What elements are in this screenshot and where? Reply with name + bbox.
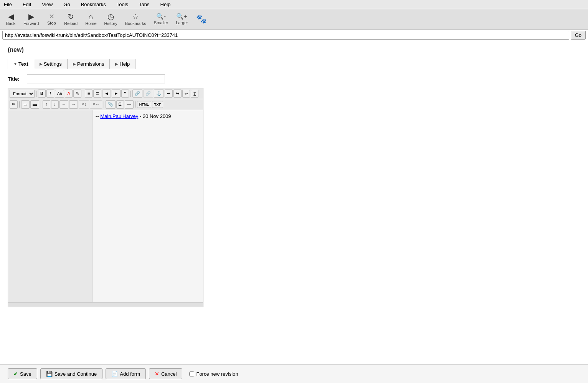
- insert-hr-button[interactable]: ▬: [30, 100, 39, 108]
- add-form-label: Add form: [120, 371, 140, 375]
- blockquote-button[interactable]: ❝: [121, 90, 129, 98]
- editor-scrollbar[interactable]: [8, 302, 203, 307]
- add-form-icon: 📄: [111, 371, 118, 374]
- row-up-button[interactable]: ↑: [43, 100, 50, 108]
- bullet-list-button[interactable]: ≡: [85, 90, 92, 98]
- col-right-button[interactable]: →: [69, 100, 78, 108]
- forward-label: Forward: [23, 21, 39, 26]
- browser-toolbar: ◀ Back ▶ Forward ✕ Stop ↻ Reload ⌂ Home …: [0, 9, 588, 30]
- separator-5: [41, 101, 41, 108]
- plaintext-button[interactable]: TXT: [152, 101, 163, 108]
- go-button[interactable]: Go: [571, 31, 586, 40]
- tab-help-arrow: ▶: [115, 62, 118, 66]
- save-continue-label: Save and Continue: [55, 371, 97, 375]
- separator-3: [130, 91, 131, 97]
- menu-tools[interactable]: Tools: [114, 1, 130, 8]
- history-button[interactable]: ◷ History: [101, 11, 121, 28]
- nav-group: ◀ Back ▶ Forward ✕ Stop ↻ Reload ⌂ Home …: [2, 11, 192, 28]
- tab-permissions[interactable]: ▶ Permissions: [68, 59, 110, 69]
- title-field[interactable]: [27, 75, 165, 83]
- back-button[interactable]: ◀ Back: [2, 11, 19, 28]
- undo-button[interactable]: ↩: [165, 90, 173, 98]
- menu-edit[interactable]: Edit: [20, 1, 33, 8]
- force-revision-container: Force new revision: [189, 371, 238, 375]
- reload-button[interactable]: ↻ Reload: [61, 11, 81, 28]
- stop-button[interactable]: ✕ Stop: [43, 11, 60, 27]
- separator-7: [135, 101, 135, 108]
- find-replace-button[interactable]: ⇔: [182, 90, 190, 98]
- stop-label: Stop: [47, 21, 56, 25]
- history-icon: ◷: [107, 13, 114, 20]
- tab-text[interactable]: ▼ Text: [8, 59, 34, 69]
- unlink-button[interactable]: 🔗: [143, 90, 153, 98]
- address-input[interactable]: [2, 31, 569, 40]
- save-label: Save: [20, 371, 31, 375]
- page-content: (new) ▼ Text ▶ Settings ▶ Permissions ▶ …: [0, 41, 588, 374]
- menu-tabs[interactable]: Tabs: [137, 1, 152, 8]
- cancel-label: Cancel: [161, 371, 177, 375]
- tabs-container: ▼ Text ▶ Settings ▶ Permissions ▶ Help: [8, 59, 135, 69]
- menu-view[interactable]: View: [40, 1, 55, 8]
- attachment-button[interactable]: 📎: [106, 100, 116, 108]
- bookmarks-icon: ☆: [132, 13, 139, 20]
- menu-file[interactable]: File: [2, 1, 14, 8]
- edit-mode-button[interactable]: ✏: [10, 100, 18, 108]
- fontsize-button[interactable]: Aa: [55, 90, 64, 98]
- del-row-button[interactable]: ✕↕: [79, 100, 89, 108]
- tab-help[interactable]: ▶ Help: [110, 59, 135, 69]
- save-continue-button[interactable]: 💾 Save and Continue: [40, 368, 103, 374]
- editor-main[interactable]: -- Main.PaulHarvey - 20 Nov 2009: [92, 110, 203, 302]
- menu-bookmarks[interactable]: Bookmarks: [79, 1, 108, 8]
- tab-settings[interactable]: ▶ Settings: [34, 59, 68, 69]
- anchor-button[interactable]: ⚓: [154, 90, 164, 98]
- del-col-button[interactable]: ✕↔: [90, 100, 102, 108]
- cancel-button[interactable]: ✕ Cancel: [149, 368, 182, 374]
- separator-6: [104, 101, 104, 108]
- editor-date: - 20 Nov 2009: [138, 113, 171, 119]
- editor-toolbar-2: ✏ ▭ ▬ ↑ ↓ ← → ✕↕ ✕↔ 📎 Ω — HTML TXT: [8, 99, 203, 110]
- special-chars-button[interactable]: ∑: [191, 90, 198, 98]
- larger-button[interactable]: 🔍+ Larger: [172, 12, 192, 27]
- editor-container: Format B I Aa A ✎ ≡ ≣ ◄ ► ❝ 🔗 🔗 ⚓ ↩ ↪ ⇔ …: [8, 88, 203, 307]
- tab-permissions-arrow: ▶: [73, 62, 76, 66]
- home-icon: ⌂: [89, 13, 93, 20]
- strikethrough-button[interactable]: ✎: [73, 90, 81, 98]
- col-left-button[interactable]: ←: [59, 100, 68, 108]
- home-button[interactable]: ⌂ Home: [82, 11, 100, 28]
- hrline-button[interactable]: —: [125, 100, 134, 108]
- insert-table-button[interactable]: ▭: [21, 100, 30, 108]
- back-label: Back: [6, 21, 15, 26]
- tab-permissions-label: Permissions: [77, 61, 104, 67]
- html-button[interactable]: HTML: [137, 101, 151, 108]
- add-form-button[interactable]: 📄 Add form: [106, 368, 146, 374]
- menu-help[interactable]: Help: [158, 1, 173, 8]
- page-title: (new): [8, 46, 580, 53]
- numbered-list-button[interactable]: ≣: [93, 90, 101, 98]
- force-revision-label: Force new revision: [196, 371, 238, 375]
- italic-button[interactable]: I: [46, 90, 54, 98]
- bottom-action-bar: ✔ Save 💾 Save and Continue 📄 Add form ✕ …: [0, 364, 588, 374]
- address-bar: Go: [0, 30, 588, 41]
- symbol-button[interactable]: Ω: [116, 100, 124, 108]
- increase-indent-button[interactable]: ►: [112, 90, 121, 98]
- forward-button[interactable]: ▶ Forward: [20, 11, 42, 28]
- menu-go[interactable]: Go: [61, 1, 72, 8]
- force-revision-checkbox[interactable]: [189, 371, 194, 375]
- tab-settings-label: Settings: [44, 61, 62, 67]
- editor-sidebar: [8, 110, 92, 302]
- save-icon: ✔: [13, 371, 18, 374]
- smaller-label: Smaller: [154, 20, 168, 25]
- decrease-indent-button[interactable]: ◄: [102, 90, 111, 98]
- bookmarks-button[interactable]: ☆ Bookmarks: [122, 11, 150, 28]
- editor-content-link[interactable]: Main.PaulHarvey: [100, 113, 138, 119]
- bold-button[interactable]: B: [38, 90, 46, 98]
- link-button[interactable]: 🔗: [132, 90, 142, 98]
- redo-button[interactable]: ↪: [173, 90, 182, 98]
- smaller-button[interactable]: 🔍- Smaller: [150, 12, 172, 27]
- row-down-button[interactable]: ↓: [51, 100, 59, 108]
- format-select[interactable]: Format: [10, 90, 35, 98]
- gnome-icon: 🐾: [196, 14, 206, 24]
- fontcolor-button[interactable]: A: [65, 90, 73, 98]
- tab-text-arrow: ▼: [13, 62, 17, 66]
- save-button[interactable]: ✔ Save: [8, 368, 37, 374]
